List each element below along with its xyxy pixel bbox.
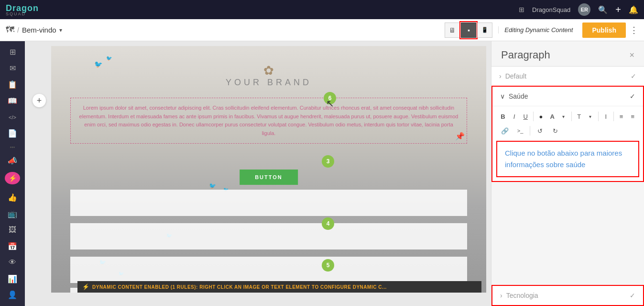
accordion-default-arrow: › <box>499 72 502 80</box>
map-icon: 🗺 <box>6 25 14 35</box>
sidebar-item-user[interactable]: 👤 <box>3 288 22 302</box>
page-name[interactable]: Bem-vindo <box>22 26 56 34</box>
sidebar-item-image[interactable]: 🖼 <box>3 223 22 237</box>
canvas-inner: 🐦 🐦 🐦 🐦 🐦 🐦 🐦 ✿ YOUR BRAND Lorem ipsum d… <box>51 46 486 293</box>
secondary-bar: 🗺 / Bem-vindo ▾ 🖥 ▪ 📱 Editing Dynamic Co… <box>0 19 644 41</box>
canvas-button[interactable]: BUTTON <box>240 170 298 185</box>
mobile-view-button[interactable]: 📱 <box>477 23 492 38</box>
underline-button[interactable]: U <box>521 110 530 123</box>
accordion-default-check: ✓ <box>631 72 636 80</box>
brand-name-area: ✿ YOUR BRAND <box>226 64 312 88</box>
workspace-label: DragonSquad <box>532 6 570 13</box>
top-bar-left: Dragon SQUAD <box>6 3 39 16</box>
sidebar-item-code[interactable]: </> <box>3 110 22 125</box>
accordion-tecnologia-label: Tecnologia <box>506 292 538 299</box>
code-button[interactable]: >_ <box>513 125 527 137</box>
canvas-area: + 🐦 🐦 🐦 🐦 🐦 🐦 🐦 ✿ YOUR BRAND <box>25 41 491 306</box>
right-panel: Paragraph × › Default ✓ ∨ Saúde ✓ <box>491 41 644 306</box>
accordion-saude-arrow: ∨ <box>500 92 505 100</box>
top-bar-right: ⊞ DragonSquad ER 🔍 + 🔔 <box>519 3 638 16</box>
sidebar-item-calendar[interactable]: 📅 <box>3 239 22 253</box>
link-button[interactable]: 🔗 <box>498 125 512 137</box>
tablet-view-button[interactable]: ▪ <box>461 23 476 38</box>
sidebar-item-thumb[interactable]: 👍 <box>3 190 22 204</box>
panel-close-button[interactable]: × <box>629 50 634 60</box>
bold-button[interactable]: B <box>498 110 508 123</box>
font-t-button[interactable]: T <box>574 110 584 123</box>
panel-header: Paragraph × <box>491 41 644 66</box>
page-canvas: 🐦 🐦 🐦 🐦 🐦 🐦 🐦 ✿ YOUR BRAND Lorem ipsum d… <box>51 46 486 293</box>
accordion-default-header[interactable]: › Default ✓ <box>491 67 644 86</box>
sidebar-item-home[interactable]: ⊞ <box>3 45 22 59</box>
breadcrumb-sep: / <box>17 26 19 34</box>
badge-5: 5 <box>322 259 334 272</box>
badge-4: 4 <box>322 217 334 230</box>
dynamic-content-bar: ⚡ DYNAMIC CONTENT ENABLED (1 RULES): RIG… <box>77 281 481 293</box>
align-options-button[interactable]: I <box>601 110 611 123</box>
sidebar-item-video[interactable]: 📺 <box>3 206 22 221</box>
undo-button[interactable]: ↺ <box>533 125 546 137</box>
accordion-tecnologia-header[interactable]: › Tecnologia ✓ <box>492 286 643 305</box>
content-strip-2 <box>70 223 467 249</box>
toolbar-sep-4 <box>613 112 614 121</box>
publish-button[interactable]: Publish <box>582 23 626 38</box>
sidebar-item-megaphone[interactable]: 📣 <box>3 154 22 168</box>
font-t-dropdown[interactable]: ▾ <box>586 110 595 123</box>
notification-icon[interactable]: 🔔 <box>629 5 638 14</box>
format-row-2: 🔗 >_ ↺ ↻ <box>498 125 637 137</box>
sidebar-item-file[interactable]: 📄 <box>3 126 22 141</box>
redo-button[interactable]: ↻ <box>548 125 562 137</box>
toolbar-sep-3 <box>598 112 599 121</box>
accordion-tecnologia-check: ✓ <box>630 292 635 299</box>
accordion-tecnologia-arrow: › <box>500 292 502 299</box>
font-a-dropdown[interactable]: ▾ <box>559 110 568 123</box>
toolbar-sep-5 <box>530 126 530 136</box>
editing-label: Editing Dynamic Content <box>498 26 579 34</box>
sidebar-item-chart[interactable]: 📊 <box>3 272 22 286</box>
font-a-button[interactable]: A <box>547 110 557 123</box>
lorem-text-content: Lorem ipsum dolor sit amet, consectetur … <box>79 105 458 136</box>
accordion-saude-header[interactable]: ∨ Saúde ✓ <box>492 87 643 106</box>
accordion-default: › Default ✓ <box>491 66 644 86</box>
accordion-tecnologia: › Tecnologia ✓ <box>491 285 644 306</box>
sidebar-item-eye[interactable]: 👁 <box>3 255 22 270</box>
desktop-view-button[interactable]: 🖥 <box>445 23 460 38</box>
sidebar-item-book[interactable]: 📖 <box>3 94 22 108</box>
content-strip-3 <box>70 257 467 283</box>
sidebar-dots: ••• <box>10 145 15 150</box>
lorem-text-box[interactable]: Lorem ipsum dolor sit amet, consectetur … <box>70 98 467 144</box>
sidebar-item-email[interactable]: ✉ <box>3 61 22 76</box>
edit-pin-icon: 📌 <box>455 130 465 143</box>
sidebar-item-clipboard[interactable]: 📋 <box>3 78 22 92</box>
format-row-1: B I U ● A ▾ T ▾ I ≡ ≡ <box>498 110 637 123</box>
left-sidebar: ⊞ ✉ 📋 📖 </> 📄 ••• 📣 ⚡ 👍 📺 🖼 📅 👁 📊 👤 <box>0 41 25 306</box>
align-left-button[interactable]: ≡ <box>617 110 626 123</box>
dropdown-arrow[interactable]: ▾ <box>59 27 62 34</box>
content-strip-1 <box>70 190 467 216</box>
brand-logo: Dragon SQUAD <box>6 3 39 16</box>
brand-squad: SQUAD <box>6 11 26 16</box>
more-options-button[interactable]: ⋮ <box>630 25 638 35</box>
italic-button[interactable]: I <box>510 110 519 123</box>
panel-title: Paragraph <box>501 49 550 61</box>
add-section-button[interactable]: + <box>33 94 46 107</box>
search-icon[interactable]: 🔍 <box>598 5 608 14</box>
main-layout: ⊞ ✉ 📋 📖 </> 📄 ••• 📣 ⚡ 👍 📺 🖼 📅 👁 📊 👤 + 🐦 … <box>0 41 644 306</box>
accordion-saude: ∨ Saúde ✓ B I U ● A ▾ T ▾ <box>491 86 644 182</box>
dynamic-content-text: DYNAMIC CONTENT ENABLED (1 RULES): RIGHT… <box>92 284 387 290</box>
user-avatar[interactable]: ER <box>578 3 590 16</box>
accordion-default-label: Default <box>505 72 526 80</box>
panel-content-area[interactable]: Clique no botão abaixo para maiores info… <box>496 141 639 177</box>
top-bar: Dragon SQUAD ⊞ DragonSquad ER 🔍 + 🔔 <box>0 0 644 19</box>
sidebar-item-lightning[interactable]: ⚡ <box>5 172 20 185</box>
add-icon[interactable]: + <box>615 4 621 15</box>
cursor-icon: ↖ <box>326 98 334 109</box>
color-button[interactable]: ● <box>536 110 546 123</box>
align-right-button[interactable]: ≡ <box>628 110 637 123</box>
accordion-saude-check: ✓ <box>630 92 635 100</box>
bird-2: 🐦 <box>106 56 112 61</box>
bird-3: 🐦 <box>209 182 216 189</box>
bird-1: 🐦 <box>94 60 102 68</box>
brand-name-text: YOUR BRAND <box>226 78 312 88</box>
device-buttons: 🖥 ▪ 📱 <box>445 23 492 38</box>
